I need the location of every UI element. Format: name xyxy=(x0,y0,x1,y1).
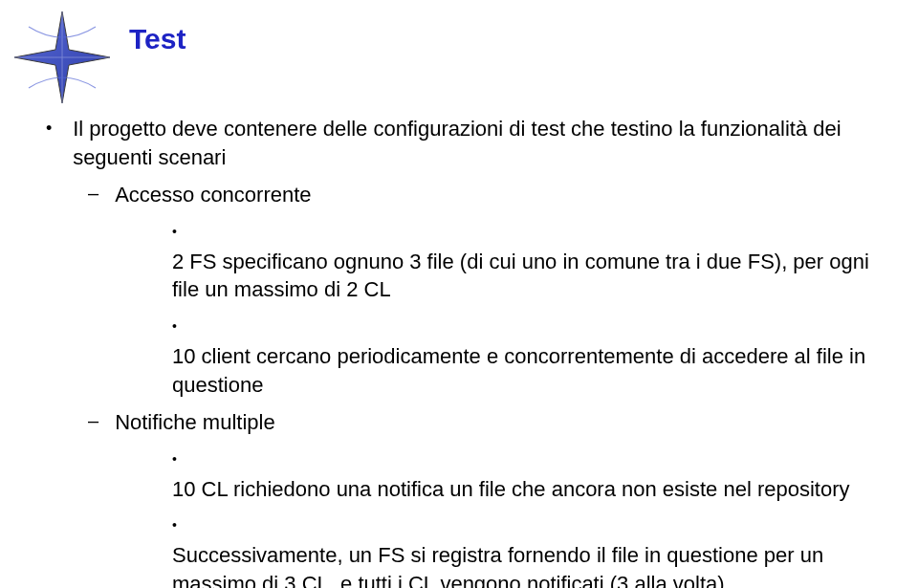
body-text: Il progetto deve contenere delle configu… xyxy=(73,115,857,171)
slide-page: Test Il progetto deve contenere delle co… xyxy=(0,0,918,588)
body-text: 10 CL richiedono una notifica un file ch… xyxy=(172,475,870,504)
list-item: 10 CL richiedono una notifica un file ch… xyxy=(88,446,872,503)
list-item: Accesso concorrente 2 FS specificano ogn… xyxy=(46,181,872,399)
list-item: Il progetto deve contenere delle configu… xyxy=(46,115,872,588)
list-item: Successivamente, un FS si registra forne… xyxy=(88,512,872,588)
body-text: Notifiche multiple xyxy=(115,408,851,437)
slide-body: Il progetto deve contenere delle configu… xyxy=(46,115,872,588)
list-item: 2 FS specificano ognuno 3 file (di cui u… xyxy=(88,219,872,304)
list-item: Notifiche multiple 10 CL richiedono una … xyxy=(46,408,872,588)
body-text: 2 FS specificano ognuno 3 file (di cui u… xyxy=(172,248,870,304)
slide-title: Test xyxy=(129,23,186,55)
logo-star-icon xyxy=(10,10,115,105)
list-item: 10 client cercano periodicamente e conco… xyxy=(88,314,872,399)
body-text: Successivamente, un FS si registra forne… xyxy=(172,541,870,588)
body-text: 10 client cercano periodicamente e conco… xyxy=(172,342,870,399)
body-text: Accesso concorrente xyxy=(115,181,851,209)
